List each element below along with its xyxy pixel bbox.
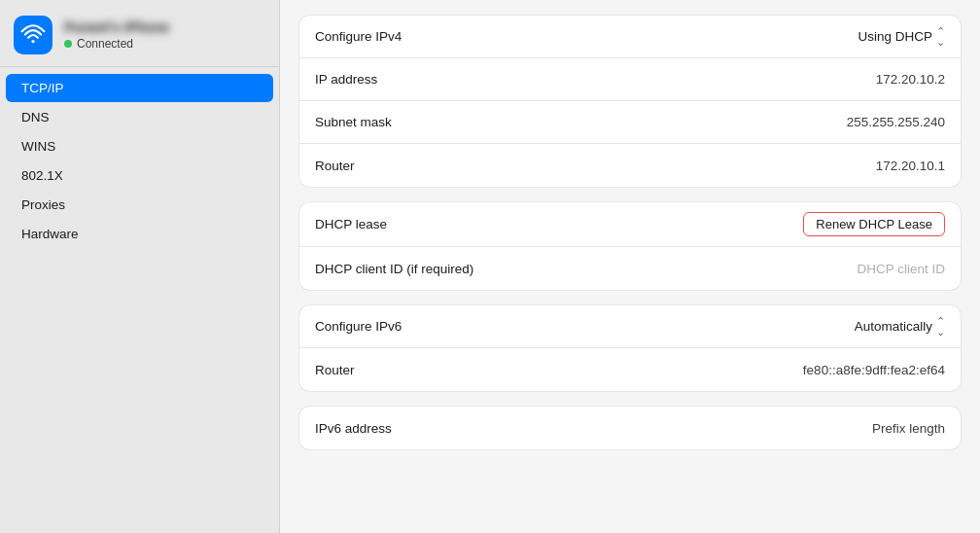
sidebar-nav: TCP/IPDNSWINS802.1XProxiesHardware	[0, 67, 279, 533]
main-content: Configure IPv4 Using DHCP ⌃⌄ IP address …	[280, 0, 980, 533]
sidebar-item-wins[interactable]: WINS	[6, 132, 273, 160]
configure-ipv4-value: Using DHCP	[858, 29, 932, 44]
label-configure-ipv4: Configure IPv4	[315, 29, 402, 44]
connected-status: Connected	[64, 37, 169, 51]
sidebar-header: Puneet's iPhone Connected	[0, 0, 279, 67]
value-ipv6-address: Prefix length	[872, 421, 945, 436]
section-ipv6: Configure IPv6 Automatically ⌃⌄ Router f…	[299, 305, 961, 391]
value-ipv6-router: fe80::a8fe:9dff:fea2:ef64	[803, 363, 945, 377]
sidebar-item-8021x[interactable]: 802.1X	[6, 161, 273, 190]
row-ipv6-address: IPv6 address Prefix length	[299, 407, 961, 449]
row-configure-ipv6: Configure IPv6 Automatically ⌃⌄	[299, 305, 961, 348]
status-dot	[64, 40, 72, 48]
label-ipv6-router: Router	[315, 363, 355, 377]
chevron-updown-icon: ⌃⌄	[936, 26, 945, 48]
configure-ipv4-dropdown[interactable]: Using DHCP ⌃⌄	[858, 26, 945, 48]
label-subnet-mask: Subnet mask	[315, 115, 392, 129]
configure-ipv6-dropdown[interactable]: Automatically ⌃⌄	[855, 316, 945, 338]
label-ip-address: IP address	[315, 72, 377, 87]
wifi-icon	[20, 22, 46, 48]
value-subnet-mask: 255.255.255.240	[847, 115, 945, 129]
section-dhcp: DHCP lease Renew DHCP Lease DHCP client …	[299, 202, 961, 290]
sidebar: Puneet's iPhone Connected TCP/IPDNSWINS8…	[0, 0, 280, 533]
row-ip-address: IP address 172.20.10.2	[299, 58, 961, 101]
row-subnet-mask: Subnet mask 255.255.255.240	[299, 101, 961, 144]
wifi-icon-wrapper	[14, 16, 52, 54]
label-ipv6-address: IPv6 address	[315, 421, 392, 436]
sidebar-header-text: Puneet's iPhone Connected	[64, 19, 169, 51]
row-router: Router 172.20.10.1	[299, 144, 961, 187]
value-router: 172.20.10.1	[876, 159, 945, 173]
network-name: Puneet's iPhone	[64, 19, 169, 35]
configure-ipv6-value: Automatically	[855, 319, 932, 334]
label-dhcp-client-id: DHCP client ID (if required)	[315, 262, 473, 276]
svg-point-0	[31, 40, 34, 43]
row-configure-ipv4: Configure IPv4 Using DHCP ⌃⌄	[299, 16, 961, 58]
row-ipv6-router: Router fe80::a8fe:9dff:fea2:ef64	[299, 348, 961, 391]
sidebar-item-dns[interactable]: DNS	[6, 103, 273, 131]
value-dhcp-client-id[interactable]: DHCP client ID	[857, 262, 945, 276]
row-dhcp-client-id: DHCP client ID (if required) DHCP client…	[299, 247, 961, 290]
value-ip-address: 172.20.10.2	[876, 72, 945, 87]
sidebar-item-hardware[interactable]: Hardware	[6, 220, 273, 248]
row-dhcp-lease: DHCP lease Renew DHCP Lease	[299, 202, 961, 247]
label-router: Router	[315, 159, 355, 173]
renew-dhcp-button[interactable]: Renew DHCP Lease	[803, 212, 945, 236]
status-label: Connected	[77, 37, 133, 51]
chevron-updown-ipv6-icon: ⌃⌄	[936, 316, 945, 338]
section-ipv6-address: IPv6 address Prefix length	[299, 407, 961, 449]
sidebar-item-proxies[interactable]: Proxies	[6, 191, 273, 219]
label-configure-ipv6: Configure IPv6	[315, 319, 402, 334]
section-ipv4: Configure IPv4 Using DHCP ⌃⌄ IP address …	[299, 16, 961, 187]
sidebar-item-tcp/ip[interactable]: TCP/IP	[6, 74, 273, 102]
label-dhcp-lease: DHCP lease	[315, 217, 387, 231]
